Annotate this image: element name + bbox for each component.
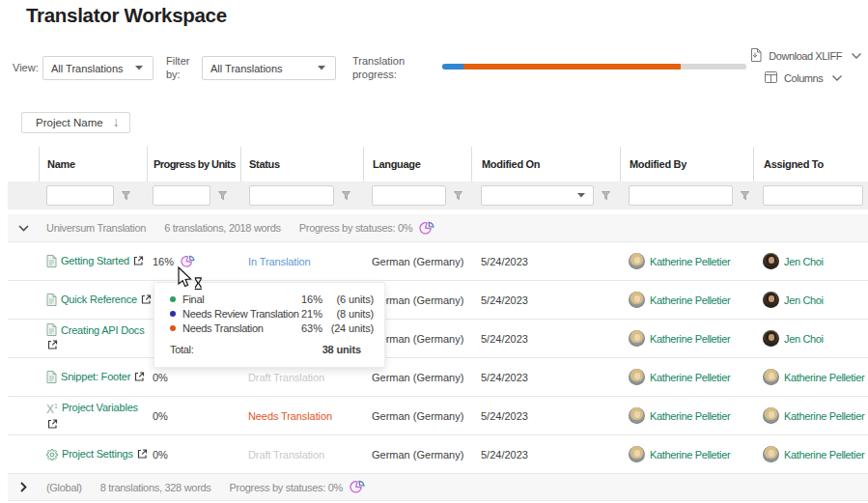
document-link[interactable]: Project Settings [62, 448, 133, 461]
modified-on-value: 5/24/2023 [481, 294, 528, 306]
chevron-down-icon [832, 75, 842, 81]
filter-funnel-icon[interactable] [602, 191, 611, 201]
group-by-project-name-chip[interactable]: Project Name ↓ [21, 112, 130, 133]
progress-value: 0% [153, 372, 168, 383]
avatar [763, 330, 779, 347]
group-summary: 6 translations, 2018 words [164, 222, 281, 234]
assigned-to-user-link[interactable]: Katherine Pelletier [784, 449, 864, 461]
translations-grid: Name Progress by Units Status Language M… [8, 147, 868, 501]
filter-expander-spacer [8, 182, 39, 210]
modified-by-user-link[interactable]: Katherine Pelletier [650, 372, 730, 383]
filter-funnel-icon[interactable] [454, 191, 463, 201]
chevron-down-icon [318, 66, 326, 70]
column-header-language[interactable]: Language [363, 147, 471, 182]
progress-value: 0% [153, 410, 168, 422]
document-link[interactable]: Snippet: Footer [61, 371, 130, 383]
avatar [763, 253, 779, 269]
filter-input-name[interactable] [46, 185, 114, 206]
gear-icon [46, 449, 58, 461]
status-dot-final [170, 296, 176, 302]
translation-progress-label: Translation progress: [352, 54, 410, 81]
columns-button[interactable]: Columns [765, 71, 842, 84]
download-xliff-label: Download XLIFF [769, 50, 842, 62]
filter-input-assigned-to[interactable] [763, 185, 863, 206]
language-value: German (Germany) [372, 294, 463, 306]
chevron-down-icon [135, 66, 144, 70]
status-text: Needs Translation [248, 410, 332, 422]
progress-segment-final [442, 64, 463, 70]
status-text: Draft Translation [248, 449, 324, 461]
column-header-modified-by[interactable]: Modified By [620, 147, 753, 182]
expand-group-chevron-icon[interactable] [8, 482, 39, 492]
modified-by-user-link[interactable]: Katherine Pelletier [650, 294, 730, 306]
document-link[interactable]: Creating API Docs [61, 324, 144, 337]
avatar [763, 369, 779, 385]
filter-input-language[interactable] [372, 185, 446, 206]
sort-descending-arrow-icon[interactable]: ↓ [113, 115, 120, 128]
avatar [763, 446, 779, 462]
tooltip-row-needs-review-translation: Needs Review Translation 21% (8 units) [170, 306, 372, 321]
filter-input-progress[interactable] [153, 185, 210, 206]
column-header-modified-on[interactable]: Modified On [471, 147, 620, 182]
assigned-to-user-link[interactable]: Jen Choi [784, 333, 824, 345]
external-link-icon[interactable] [133, 256, 144, 266]
tooltip-total-row: Total: 38 units [170, 342, 372, 356]
view-dropdown-value: All Translations [51, 63, 124, 74]
assigned-to-user-link[interactable]: Katherine Pelletier [784, 410, 864, 422]
download-xliff-button[interactable]: Download XLIFF [749, 48, 861, 63]
document-icon [46, 323, 57, 337]
external-link-icon[interactable] [134, 372, 145, 382]
avatar [629, 407, 645, 424]
external-link-icon[interactable] [47, 419, 138, 433]
filter-dropdown-modified-on[interactable] [481, 185, 594, 206]
avatar [763, 292, 779, 308]
group-statuses-pie-icon[interactable] [419, 221, 434, 236]
group-summary: 8 translations, 328 words [100, 482, 211, 493]
status-text: In Translation [248, 256, 311, 267]
collapse-group-chevron-icon[interactable] [8, 225, 39, 232]
translator-workspace-page: Translator Workspace View: All Translati… [0, 0, 868, 503]
filter-funnel-icon[interactable] [218, 191, 228, 201]
column-header-status[interactable]: Status [240, 147, 363, 182]
grid-filter-row [8, 182, 868, 210]
table-row-quick-reference: Quick Reference German (Germany) 5/24/20… [8, 281, 868, 320]
assigned-to-user-link[interactable]: Katherine Pelletier [784, 372, 864, 383]
filter-funnel-icon[interactable] [342, 191, 351, 201]
columns-label: Columns [784, 72, 823, 84]
group-statuses-pie-icon[interactable] [350, 480, 365, 494]
view-label: View: [13, 61, 39, 74]
modified-by-user-link[interactable]: Katherine Pelletier [650, 333, 730, 345]
download-file-icon [749, 48, 762, 63]
modified-by-user-link[interactable]: Katherine Pelletier [650, 256, 730, 267]
table-row-snippet-footer: Snippet: Footer 0% Draft Translation Ger… [8, 358, 868, 397]
table-row-getting-started: Getting Started 16% In Translation Germa… [8, 242, 868, 281]
modified-by-user-link[interactable]: Katherine Pelletier [650, 410, 730, 422]
group-statuses-label: Progress by statuses: 0% [230, 482, 344, 493]
progress-value: 16% [153, 256, 174, 267]
document-link[interactable]: Quick Reference [61, 293, 137, 306]
filter-by-dropdown-value: All Translations [210, 63, 283, 74]
column-header-progress-by-units[interactable]: Progress by Units [147, 147, 240, 182]
page-title: Translator Workspace [26, 4, 227, 27]
filter-funnel-icon[interactable] [122, 191, 131, 201]
view-dropdown[interactable]: All Translations [42, 56, 154, 80]
external-link-icon[interactable] [47, 340, 144, 353]
document-link[interactable]: Getting Started [61, 255, 129, 267]
filter-input-modified-by[interactable] [629, 185, 733, 206]
group-name: (Global) [46, 482, 82, 493]
assigned-to-user-link[interactable]: Jen Choi [784, 256, 824, 267]
column-header-name[interactable]: Name [39, 147, 147, 182]
modified-by-user-link[interactable]: Katherine Pelletier [650, 449, 730, 461]
modified-on-value: 5/24/2023 [481, 449, 528, 461]
assigned-to-user-link[interactable]: Jen Choi [784, 294, 824, 306]
avatar [629, 253, 645, 269]
document-link[interactable]: Project Variables [62, 402, 138, 414]
tooltip-row-needs-translation: Needs Translation 63% (24 units) [170, 321, 372, 335]
column-header-assigned-to[interactable]: Assigned To [753, 147, 868, 182]
modified-on-value: 5/24/2023 [481, 333, 528, 345]
group-statuses-label: Progress by statuses: 0% [299, 222, 413, 234]
filter-funnel-icon[interactable] [741, 191, 750, 201]
variables-icon: X1 [46, 400, 58, 416]
filter-by-dropdown[interactable]: All Translations [202, 56, 336, 80]
filter-input-status[interactable] [249, 185, 334, 206]
